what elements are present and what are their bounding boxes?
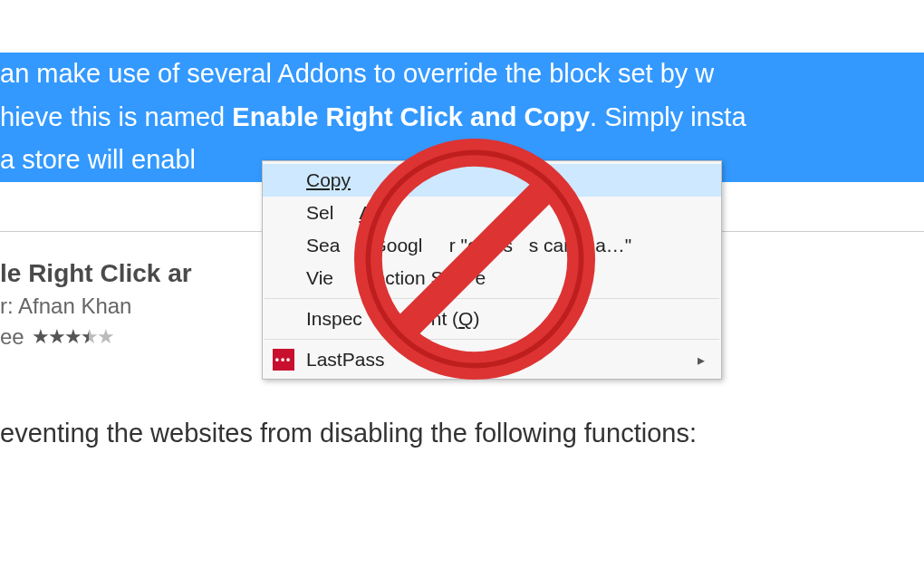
selected-line-1: an make use of several Addons to overrid… xyxy=(0,53,924,96)
menu-item-copy[interactable]: Copy xyxy=(263,164,721,197)
selected-line-2: hieve this is named Enable Right Click a… xyxy=(0,96,924,140)
extension-rating: ★ ★ ★ ★ ★ ★ xyxy=(32,325,113,349)
star-half-icon: ★ ★ xyxy=(81,325,97,349)
extension-free-label: ee xyxy=(0,324,24,350)
lastpass-icon: ••• xyxy=(272,348,295,371)
menu-item-search-google[interactable]: Sea h Googl r "ox us s can ma…" xyxy=(263,229,721,262)
menu-separator xyxy=(265,298,719,299)
star-icon: ★ xyxy=(48,325,64,349)
context-menu: Copy Sel A Sea h Googl r "ox us s can ma… xyxy=(262,160,722,380)
star-empty-icon: ★ xyxy=(97,325,113,349)
menu-item-view-source[interactable]: Vie election S e xyxy=(263,262,721,294)
menu-item-lastpass[interactable]: ••• LastPass ▸ xyxy=(263,343,721,376)
chevron-right-icon: ▸ xyxy=(698,352,705,369)
article-body-text: eventing the websites from disabling the… xyxy=(0,419,924,448)
star-icon: ★ xyxy=(64,325,81,349)
selected-line-3: a store will enabl xyxy=(0,139,196,182)
menu-item-select-all[interactable]: Sel A xyxy=(263,197,721,229)
menu-item-inspect[interactable]: Inspec ment (Q) xyxy=(263,303,721,335)
menu-separator xyxy=(265,339,719,340)
star-icon: ★ xyxy=(32,325,48,349)
